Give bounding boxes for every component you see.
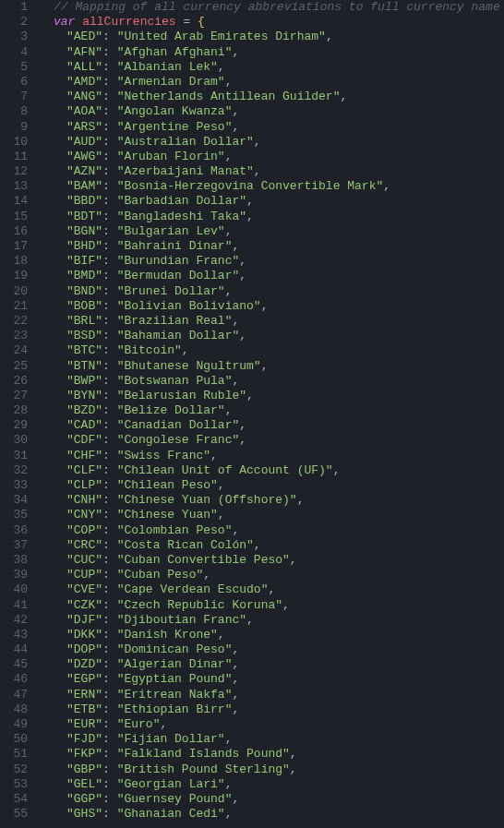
- colon: :: [102, 747, 117, 761]
- colon: :: [102, 45, 117, 59]
- code-line[interactable]: "BTC": "Bitcoin",: [41, 343, 500, 358]
- code-line[interactable]: "GGP": "Guernsey Pound",: [41, 792, 500, 807]
- code-area[interactable]: // Mapping of all currency abbreviations…: [37, 0, 500, 828]
- code-line[interactable]: "BDT": "Bangladeshi Taka",: [41, 210, 500, 224]
- code-line[interactable]: "AZN": "Azerbaijani Manat",: [41, 164, 500, 179]
- code-line[interactable]: "CZK": "Czech Republic Koruna",: [41, 598, 500, 613]
- comma: ,: [225, 284, 233, 298]
- line-number: 38: [0, 553, 28, 568]
- comma: ,: [225, 150, 233, 163]
- code-line[interactable]: "ANG": "Netherlands Antillean Guilder",: [41, 90, 500, 104]
- code-editor[interactable]: 1234567891011121314151617181920212223242…: [0, 0, 504, 828]
- code-line[interactable]: "CVE": "Cape Verdean Escudo",: [41, 582, 500, 597]
- code-line[interactable]: "BWP": "Botswanan Pula",: [41, 374, 500, 389]
- code-line[interactable]: "AUD": "Australian Dollar",: [41, 135, 500, 150]
- colon: :: [102, 508, 117, 522]
- object-key: "GEL": [66, 777, 102, 791]
- code-line[interactable]: var allCurrencies = {: [41, 15, 500, 30]
- line-number: 53: [0, 777, 28, 792]
- code-line[interactable]: "DJF": "Djiboutian Franc",: [41, 613, 500, 628]
- comma: ,: [290, 747, 297, 761]
- code-line[interactable]: "AOA": "Angolan Kwanza",: [41, 104, 500, 119]
- code-line[interactable]: "FJD": "Fijian Dollar",: [41, 732, 500, 747]
- code-line[interactable]: "CRC": "Costa Rican Colón",: [41, 538, 500, 553]
- code-line[interactable]: "ALL": "Albanian Lek",: [41, 60, 500, 75]
- comma: ,: [246, 194, 254, 208]
- string-value: "Fijian Dollar": [117, 732, 225, 746]
- code-line[interactable]: // Mapping of all currency abbreviations…: [41, 0, 500, 15]
- object-key: "GHS": [66, 807, 102, 821]
- colon: :: [102, 418, 117, 432]
- code-line[interactable]: "CDF": "Congolese Franc",: [41, 433, 500, 448]
- code-line[interactable]: "GBP": "British Pound Sterling",: [41, 762, 500, 777]
- code-line[interactable]: "BTN": "Bhutanese Ngultrum",: [41, 359, 500, 374]
- line-number: 22: [0, 314, 28, 329]
- code-line[interactable]: "CHF": "Swiss Franc",: [41, 449, 500, 463]
- line-number: 5: [0, 60, 28, 75]
- code-line[interactable]: "AED": "United Arab Emirates Dirham",: [41, 30, 500, 44]
- code-line[interactable]: "EUR": "Euro",: [41, 717, 500, 732]
- code-line[interactable]: "BSD": "Bahamian Dollar",: [41, 329, 500, 343]
- code-line[interactable]: "CUP": "Cuban Peso",: [41, 568, 500, 582]
- colon: :: [102, 688, 117, 702]
- object-key: "AUD": [66, 135, 102, 149]
- code-line[interactable]: "GEL": "Georgian Lari",: [41, 777, 500, 792]
- object-key: "ERN": [66, 688, 102, 702]
- string-value: "Falkland Islands Pound": [117, 747, 290, 761]
- colon: :: [102, 777, 117, 791]
- object-key: "BOB": [66, 299, 102, 313]
- comma: ,: [246, 210, 254, 223]
- code-line[interactable]: "BIF": "Burundian Franc",: [41, 254, 500, 269]
- object-key: "AFN": [66, 45, 102, 59]
- colon: :: [102, 732, 117, 746]
- code-line[interactable]: "CNH": "Chinese Yuan (Offshore)",: [41, 493, 500, 508]
- code-line[interactable]: "ETB": "Ethiopian Birr",: [41, 702, 500, 717]
- comma: ,: [232, 104, 239, 118]
- code-line[interactable]: "EGP": "Egyptian Pound",: [41, 672, 500, 687]
- object-key: "BSD": [66, 329, 102, 342]
- code-line[interactable]: "GHS": "Ghanaian Cedi",: [41, 807, 500, 822]
- code-line[interactable]: "BGN": "Bulgarian Lev",: [41, 224, 500, 239]
- line-number: 36: [0, 523, 28, 538]
- line-number: 50: [0, 732, 28, 747]
- string-value: "Colombian Peso": [117, 523, 233, 537]
- code-line[interactable]: "AMD": "Armenian Dram",: [41, 75, 500, 90]
- code-line[interactable]: "BRL": "Brazilian Real",: [41, 314, 500, 329]
- string-value: "Australian Dollar": [117, 135, 254, 149]
- object-key: "BMD": [66, 269, 102, 282]
- code-line[interactable]: "CNY": "Chinese Yuan",: [41, 508, 500, 522]
- code-line[interactable]: "CAD": "Canadian Dollar",: [41, 418, 500, 433]
- string-value: "Barbadian Dollar": [117, 194, 246, 208]
- code-line[interactable]: "BHD": "Bahraini Dinar",: [41, 239, 500, 254]
- string-value: "Belize Dollar": [117, 403, 225, 417]
- code-line[interactable]: "ARS": "Argentine Peso",: [41, 120, 500, 135]
- code-line[interactable]: "CUC": "Cuban Convertible Peso",: [41, 553, 500, 568]
- code-line[interactable]: "CLF": "Chilean Unit of Account (UF)",: [41, 463, 500, 478]
- code-line[interactable]: "AWG": "Aruban Florin",: [41, 150, 500, 164]
- string-value: "Czech Republic Koruna": [117, 598, 282, 612]
- code-line[interactable]: "DOP": "Dominican Peso",: [41, 642, 500, 657]
- code-line[interactable]: "CLP": "Chilean Peso",: [41, 478, 500, 493]
- operator-equals: =: [183, 15, 190, 29]
- code-line[interactable]: "BZD": "Belize Dollar",: [41, 403, 500, 418]
- object-key: "CRC": [66, 538, 102, 552]
- code-line[interactable]: "BMD": "Bermudan Dollar",: [41, 269, 500, 283]
- code-line[interactable]: "DKK": "Danish Krone",: [41, 628, 500, 642]
- colon: :: [102, 299, 117, 313]
- string-value: "Bosnia-Herzegovina Convertible Mark": [117, 179, 384, 193]
- comma: ,: [254, 164, 261, 178]
- code-line[interactable]: "BOB": "Bolivian Boliviano",: [41, 299, 500, 314]
- object-key: "CUP": [66, 568, 102, 582]
- code-line[interactable]: "FKP": "Falkland Islands Pound",: [41, 747, 500, 762]
- code-line[interactable]: "DZD": "Algerian Dinar",: [41, 657, 500, 672]
- string-value: "Bahraini Dinar": [117, 239, 233, 253]
- string-value: "Burundian Franc": [117, 254, 240, 268]
- object-key: "CDF": [66, 433, 102, 447]
- code-line[interactable]: "BBD": "Barbadian Dollar",: [41, 194, 500, 209]
- code-line[interactable]: "COP": "Colombian Peso",: [41, 523, 500, 538]
- code-line[interactable]: "ERN": "Eritrean Nakfa",: [41, 688, 500, 702]
- code-line[interactable]: "BND": "Brunei Dollar",: [41, 284, 500, 299]
- code-line[interactable]: "AFN": "Afghan Afghani",: [41, 45, 500, 60]
- code-line[interactable]: "BYN": "Belarusian Ruble",: [41, 389, 500, 403]
- code-line[interactable]: "BAM": "Bosnia-Herzegovina Convertible M…: [41, 179, 500, 194]
